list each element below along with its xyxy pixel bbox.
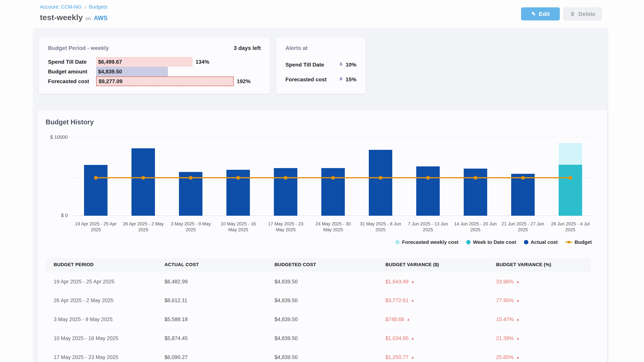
breadcrumb-budgets-link[interactable]: Budgets xyxy=(89,4,107,10)
bp-row-label: Spend Till Date xyxy=(39,57,96,67)
cell-cost: $4,839.50 xyxy=(266,298,377,304)
legend-item-forecasted-weekly-cost[interactable]: Forecasted weekly cost xyxy=(395,239,458,245)
cell-budget-variance: $1,034.95▲ xyxy=(377,335,488,341)
bell-icon xyxy=(338,77,343,82)
variance-up-icon: ▲ xyxy=(516,298,520,303)
budget-line-marker xyxy=(189,176,192,180)
bar-actual-cost xyxy=(369,150,392,216)
days-left-label: 3 days left xyxy=(234,45,261,51)
variance-up-icon: ▲ xyxy=(516,355,520,360)
y-axis-tick-label: $ 0 xyxy=(39,213,68,218)
legend-item-actual-cost[interactable]: Actual cost xyxy=(524,239,558,245)
x-axis-category-label: 24 May 2025 - 30 May 2025 xyxy=(311,219,355,233)
bar-actual-cost xyxy=(464,169,487,216)
cell-budget-variance: 21.39%▲ xyxy=(488,335,590,341)
bp-row-value: $4,839.50 xyxy=(96,68,122,75)
x-axis-category-label: 19 Apr 2025 - 25 Apr 2025 xyxy=(74,219,118,233)
alert-label: Spend Till Date xyxy=(286,62,324,68)
variance-up-icon: ▲ xyxy=(516,280,520,284)
bp-row-value: $9,277.09 xyxy=(96,78,122,84)
x-axis-category-label: 28 Jun 2025 - 4 Jul 2025 xyxy=(548,219,592,233)
cell-budget-period: 17 May 2025 - 23 May 2025 xyxy=(46,354,156,360)
table-column-header: BUDGET PERIOD xyxy=(46,262,156,267)
cell-cost: $4,839.50 xyxy=(266,335,377,341)
budget-period-card-title: Budget Period - weekly xyxy=(48,45,109,51)
bar-actual-cost xyxy=(132,148,155,216)
budget-period-row-forecast: Forecasted cost$9,277.09192% xyxy=(39,76,270,86)
bar-actual-cost xyxy=(511,174,535,216)
x-axis-category-label: 14 Jun 2025 - 20 Jun 2025 xyxy=(453,219,498,233)
x-axis-category-label: 7 Jun 2025 - 13 Jun 2025 xyxy=(406,219,450,233)
chevron-right-icon: › xyxy=(84,4,86,10)
cell-cost: $8,612.11 xyxy=(156,298,266,304)
cell-budget-variance: 25.85%▲ xyxy=(488,354,590,360)
budget-line-marker xyxy=(284,176,288,180)
bp-row-bar-budget: $4,839.50 xyxy=(96,67,168,76)
table-row: 26 Apr 2025 - 2 May 2025$8,612.11$4,839.… xyxy=(46,291,590,310)
delete-button[interactable]: Delete xyxy=(564,7,602,20)
budget-period-row-spend: Spend Till Date$6,499.67134% xyxy=(39,57,270,67)
bar-actual-cost xyxy=(274,168,297,216)
budget-period-rows: Spend Till Date$6,499.67134%Budget amoun… xyxy=(39,57,270,86)
variance-up-icon: ▲ xyxy=(411,336,414,341)
x-axis-category-label: 26 Apr 2025 - 2 May 2025 xyxy=(121,219,165,233)
cell-budget-variance: $1,643.49▲ xyxy=(377,279,488,285)
bar-actual-cost xyxy=(416,166,440,216)
breadcrumb-account-link[interactable]: Account: CCM-NG xyxy=(40,4,82,10)
edit-button-label: Edit xyxy=(539,11,550,17)
cell-budget-variance: 15.47%▲ xyxy=(488,317,590,323)
bar-actual-cost xyxy=(84,165,108,216)
cell-budget-variance: $1,250.77▲ xyxy=(377,354,488,360)
budget-history-table: BUDGET PERIODACTUAL COSTBUDGETED COSTBUD… xyxy=(46,258,590,362)
budget-history-chart: 19 Apr 2025 - 25 Apr 202526 Apr 2025 - 2… xyxy=(38,134,607,253)
title-connector: on xyxy=(86,15,91,21)
legend-label: Actual cost xyxy=(531,239,558,245)
legend-label: Forecasted weekly cost xyxy=(402,239,458,245)
cell-cost: $4,839.50 xyxy=(266,279,377,285)
legend-item-week-to-date-cost[interactable]: Week to Date cost xyxy=(466,239,516,245)
page-title: test-weekly xyxy=(40,13,83,22)
legend-label: Week to Date cost xyxy=(473,239,516,245)
breadcrumb: Account: CCM-NG › Budgets xyxy=(40,4,107,10)
bp-row-label: Budget amount xyxy=(39,67,96,76)
legend-dot-icon xyxy=(524,240,528,244)
cell-budget-variance: 33.96%▲ xyxy=(488,279,590,285)
table-column-header: BUDGETED COST xyxy=(266,262,377,267)
budget-history-card: Budget History 19 Apr 2025 - 25 Apr 2025… xyxy=(38,110,607,362)
bp-row-bar-forecast: $9,277.09 xyxy=(96,76,234,86)
budget-line-marker xyxy=(568,176,572,180)
cell-budget-variance: 77.95%▲ xyxy=(488,298,590,304)
page-header: Account: CCM-NG › Budgets test-weekly on… xyxy=(0,0,644,28)
legend-label: Budget xyxy=(574,239,592,245)
x-axis-category-label: 17 May 2025 - 23 May 2025 xyxy=(264,219,308,233)
table-column-header: BUDGET VARIANCE (%) xyxy=(488,262,590,267)
cell-budget-variance: $3,772.61▲ xyxy=(377,298,488,304)
legend-item-budget[interactable]: Budget xyxy=(566,239,592,245)
table-column-header: ACTUAL COST xyxy=(156,262,266,267)
x-axis-category-label: 3 May 2025 - 9 May 2025 xyxy=(169,219,213,233)
budget-period-card: Budget Period - weekly 3 days left Spend… xyxy=(39,37,270,93)
y-axis-tick-label: $ 10000 xyxy=(39,134,68,140)
table-header-row: BUDGET PERIODACTUAL COSTBUDGETED COSTBUD… xyxy=(46,258,590,271)
cell-budget-period: 3 May 2025 - 9 May 2025 xyxy=(46,317,156,323)
bp-row-percent: 134% xyxy=(196,57,209,67)
budget-period-row-budget: Budget amount$4,839.50 xyxy=(39,67,270,76)
variance-up-icon: ▲ xyxy=(411,355,414,360)
budget-line-marker xyxy=(236,176,240,180)
bar-forecasted-weekly-cost xyxy=(559,143,582,165)
budget-line-marker xyxy=(426,176,430,180)
variance-up-icon: ▲ xyxy=(411,280,414,284)
pencil-icon: ✎ xyxy=(531,11,536,16)
variance-up-icon: ▲ xyxy=(411,298,414,303)
edit-button[interactable]: ✎ Edit xyxy=(521,7,560,20)
cloud-provider-label: AWS xyxy=(94,14,108,22)
table-row: 19 Apr 2025 - 25 Apr 2025$6,482.99$4,839… xyxy=(46,272,590,291)
alert-threshold: 10% xyxy=(346,62,356,68)
bell-icon xyxy=(338,62,343,67)
alert-row-forecast: Forecasted cost 15% xyxy=(286,75,356,84)
budget-line-marker xyxy=(521,176,525,180)
budget-line-marker xyxy=(142,176,145,180)
cell-budget-period: 10 May 2025 - 16 May 2025 xyxy=(46,335,156,341)
alert-row-spend: Spend Till Date 10% xyxy=(286,60,356,69)
cell-cost: $6,482.99 xyxy=(156,279,266,285)
